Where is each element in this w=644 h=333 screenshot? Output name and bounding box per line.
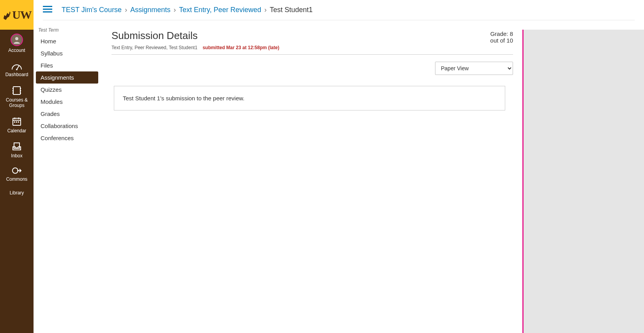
nav-label: Courses & Groups [6, 97, 28, 108]
svg-point-0 [15, 37, 18, 40]
submission-info: Text Entry, Peer Reviewed, Test Student1 [111, 45, 197, 50]
courses-icon [12, 85, 22, 96]
svg-rect-21 [43, 11, 52, 12]
svg-point-2 [16, 69, 18, 70]
view-select-row: Paper View [111, 62, 513, 75]
nav-courses[interactable]: Courses & Groups [0, 82, 34, 112]
svg-rect-9 [20, 93, 21, 94]
course-nav-assignments[interactable]: Assignments [36, 71, 98, 84]
nav-label: Dashboard [5, 72, 28, 77]
submission-subtitle: Text Entry, Peer Reviewed, Test Student1… [111, 45, 279, 50]
nav-label: Commons [6, 176, 28, 182]
term-label: Test Term [34, 27, 101, 35]
inbox-icon [12, 141, 22, 151]
course-nav: Test Term Home Syllabus Files Assignment… [34, 20, 101, 333]
svg-rect-15 [16, 121, 17, 123]
nav-inbox[interactable]: Inbox [0, 137, 34, 162]
commons-icon [12, 166, 22, 175]
content-area: Submission Details Text Entry, Peer Revi… [101, 20, 644, 333]
nav-account[interactable]: Account [0, 30, 34, 57]
page-header: Submission Details Text Entry, Peer Revi… [111, 30, 513, 54]
svg-rect-5 [12, 90, 14, 91]
avatar-icon [11, 34, 23, 46]
submission-body: Test Student 1's submission to the peer … [114, 86, 505, 110]
course-nav-syllabus[interactable]: Syllabus [36, 47, 98, 59]
breadcrumb-link-course[interactable]: TEST Jim's Course [62, 6, 122, 14]
dashboard-icon [11, 61, 22, 70]
svg-rect-6 [12, 93, 14, 94]
submission-timestamp-late: submitted Mar 23 at 12:58pm (late) [203, 45, 280, 50]
view-select[interactable]: Paper View [435, 62, 513, 75]
content-main: Submission Details Text Entry, Peer Revi… [111, 30, 522, 333]
svg-rect-8 [20, 90, 21, 91]
main-column: TEST Jim's Course › Assignments › Text E… [34, 0, 644, 333]
svg-rect-16 [18, 121, 19, 123]
course-nav-files[interactable]: Files [36, 59, 98, 71]
grade-display: Grade: 8 out of 10 [483, 30, 513, 44]
top-bar: TEST Jim's Course › Assignments › Text E… [43, 0, 635, 20]
svg-rect-4 [12, 88, 14, 89]
nav-label: Library [10, 190, 24, 196]
chevron-right-icon: › [264, 6, 267, 14]
uw-logo[interactable]: UW [0, 0, 34, 30]
nav-dashboard[interactable]: Dashboard [0, 57, 34, 81]
nav-library[interactable]: Library [0, 186, 34, 199]
nav-label: Account [8, 48, 25, 53]
nav-commons[interactable]: Commons [0, 162, 34, 186]
global-nav: UW Account Dashboard Courses & Groups [0, 0, 34, 333]
nav-label: Calendar [7, 128, 27, 134]
page-title: Submission Details [111, 30, 279, 42]
svg-rect-7 [20, 88, 21, 89]
svg-rect-20 [43, 9, 52, 10]
svg-point-18 [12, 168, 18, 173]
breadcrumb: TEST Jim's Course › Assignments › Text E… [62, 6, 313, 14]
breadcrumb-current: Test Student1 [270, 6, 313, 14]
svg-rect-17 [14, 143, 19, 148]
course-nav-home[interactable]: Home [36, 35, 98, 47]
svg-rect-3 [13, 87, 20, 94]
svg-rect-14 [14, 121, 15, 123]
bucking-horse-icon [2, 9, 11, 21]
course-nav-quizzes[interactable]: Quizzes [36, 84, 98, 96]
grade-value: Grade: 8 [490, 30, 513, 37]
nav-label: Inbox [11, 153, 22, 158]
header-rule [111, 54, 513, 55]
svg-rect-19 [43, 6, 52, 7]
breadcrumb-link-assignments[interactable]: Assignments [130, 6, 170, 14]
course-nav-collaborations[interactable]: Collaborations [36, 120, 98, 132]
calendar-icon [12, 116, 22, 126]
chevron-right-icon: › [173, 6, 176, 14]
nav-calendar[interactable]: Calendar [0, 112, 34, 137]
chevron-right-icon: › [125, 6, 127, 14]
course-nav-conferences[interactable]: Conferences [36, 132, 98, 144]
grade-outof: out of 10 [490, 37, 513, 44]
body-row: Test Term Home Syllabus Files Assignment… [34, 20, 644, 333]
course-nav-grades[interactable]: Grades [36, 108, 98, 120]
right-panel [522, 30, 644, 333]
course-nav-modules[interactable]: Modules [36, 96, 98, 108]
hamburger-icon[interactable] [43, 5, 52, 14]
breadcrumb-link-assignment[interactable]: Text Entry, Peer Reviewed [179, 6, 261, 14]
